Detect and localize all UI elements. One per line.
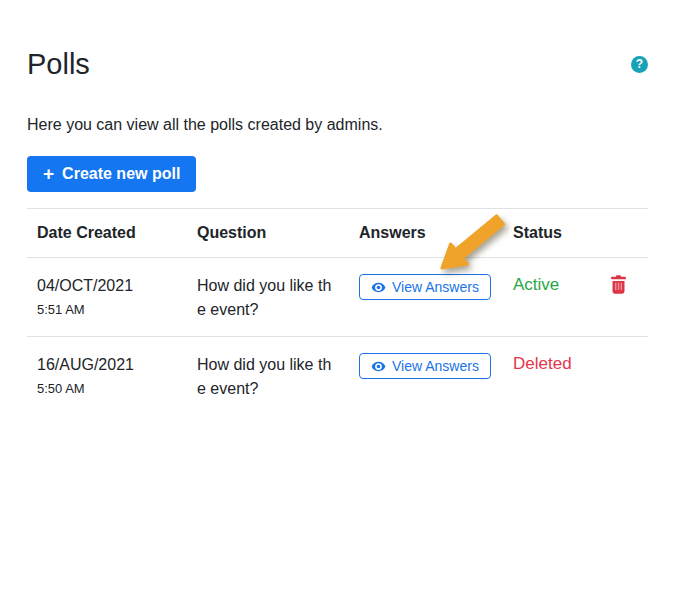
poll-date: 16/AUG/2021 bbox=[37, 353, 197, 377]
eye-icon bbox=[371, 359, 386, 374]
poll-time: 5:50 AM bbox=[37, 377, 197, 401]
polls-page: Polls ? Here you can view all the polls … bbox=[0, 0, 675, 415]
col-header-date-created: Date Created bbox=[27, 209, 197, 257]
question-line: How did you like th bbox=[197, 353, 359, 377]
eye-icon bbox=[371, 280, 386, 295]
answers-cell: View Answers bbox=[359, 337, 513, 415]
trash-icon bbox=[610, 275, 627, 294]
view-answers-label: View Answers bbox=[392, 279, 479, 295]
view-answers-button[interactable]: View Answers bbox=[359, 353, 491, 379]
date-created-cell: 16/AUG/2021 5:50 AM bbox=[27, 337, 197, 415]
delete-poll-button[interactable] bbox=[610, 275, 627, 297]
col-header-question: Question bbox=[197, 209, 359, 257]
poll-time: 5:51 AM bbox=[37, 298, 197, 322]
table-header-row: Date Created Question Answers Status bbox=[27, 209, 648, 258]
poll-date: 04/OCT/2021 bbox=[37, 274, 197, 298]
status-badge: Deleted bbox=[513, 353, 572, 375]
col-header-status: Status bbox=[513, 209, 648, 257]
question-line: e event? bbox=[197, 377, 359, 401]
answers-cell: View Answers bbox=[359, 258, 513, 336]
help-icon[interactable]: ? bbox=[631, 56, 648, 73]
create-new-poll-label: Create new poll bbox=[62, 165, 180, 183]
question-cell: How did you like th e event? bbox=[197, 337, 359, 415]
status-badge: Active bbox=[513, 274, 559, 296]
table-row: 16/AUG/2021 5:50 AM How did you like th … bbox=[27, 337, 648, 415]
view-answers-button[interactable]: View Answers bbox=[359, 274, 491, 300]
date-created-cell: 04/OCT/2021 5:51 AM bbox=[27, 258, 197, 336]
question-cell: How did you like th e event? bbox=[197, 258, 359, 336]
question-line: How did you like th bbox=[197, 274, 359, 298]
col-header-answers: Answers bbox=[359, 209, 513, 257]
status-cell: Deleted bbox=[513, 337, 648, 415]
question-line: e event? bbox=[197, 298, 359, 322]
page-header: Polls ? bbox=[27, 48, 648, 81]
table-row: 04/OCT/2021 5:51 AM How did you like th … bbox=[27, 258, 648, 337]
view-answers-label: View Answers bbox=[392, 358, 479, 374]
plus-icon: + bbox=[43, 164, 54, 183]
page-subtitle: Here you can view all the polls created … bbox=[27, 116, 648, 134]
status-cell: Active bbox=[513, 258, 648, 336]
page-title: Polls bbox=[27, 48, 90, 81]
polls-table: Date Created Question Answers Status 04/… bbox=[27, 208, 648, 415]
create-new-poll-button[interactable]: + Create new poll bbox=[27, 156, 196, 192]
